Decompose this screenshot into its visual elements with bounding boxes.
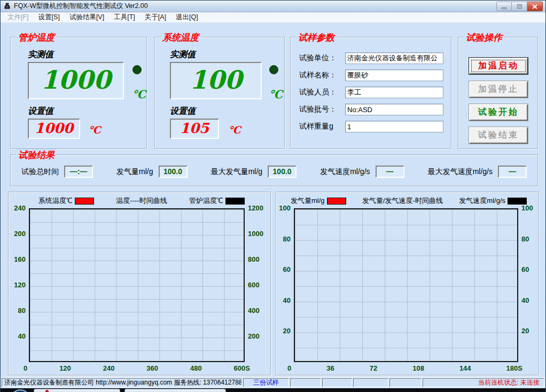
menu-about[interactable]: 关于[A] [140,12,171,23]
furnace-set-unit: ℃ [89,124,101,136]
legend-gas-rate-label: 发气速度ml/g/s [459,196,505,206]
heat-start-button[interactable]: 加温启动 [469,58,528,74]
system-measured-value: 100 [170,62,262,99]
furnace-measured-unit: ℃ [132,88,146,101]
close-button[interactable] [527,2,543,11]
tick-label: 100 [279,204,291,213]
system-set-value: 105 [170,119,219,139]
result-max-gas-volume-label: 最大发气量ml/g [211,167,262,177]
result-gas-rate-value: — [376,166,404,178]
temperature-chart-legend: 系统温度℃ 温度----时间曲线 管炉温度℃ [9,196,270,206]
tick-label: 240 [103,364,115,372]
maximize-icon [517,4,522,9]
sample-name-label: 试样名称： [299,70,339,80]
temperature-chart-yaxis-right: 12001000800600400200 [248,204,269,341]
client-area: 管炉温度 实测值 1000 ℃ 设置值 1000 ℃ 系统温度 实测值 100 … [1,23,545,377]
tick-label: 72 [370,364,377,372]
legend-gas-rate: 发气速度ml/g/s [459,196,527,206]
start-orb-icon[interactable] [11,389,29,392]
result-total-time-value: —:— [64,166,93,178]
tick-label: 200 [14,230,26,238]
tick-label: 80 [18,307,26,315]
sample-operator-label: 试验人员： [299,88,339,97]
tick-label: 360 [146,364,158,372]
legend-system-temp-swatch [75,198,94,205]
gas-chart-yaxis-left: 10080604020 [276,204,291,335]
minimize-icon [502,7,506,9]
status-company: 济南金光仪器设备制造有限公司 http://www.jinguangyq.com… [2,378,242,387]
result-max-gas-volume: 最大发气量ml/g 100.0 [211,166,297,178]
tick-label: 600S [234,364,250,372]
tick-label: 0 [287,364,291,372]
sample-weight-input[interactable] [345,121,443,132]
system-measured-label: 实测值 [170,49,196,60]
taskbar-app-icon [45,390,49,392]
temperature-chart-plot [29,208,245,362]
result-gas-rate-label: 发气速度ml/g/s [320,167,370,177]
legend-furnace-temp-label: 管炉温度℃ [189,196,223,206]
app-window: FQX-W型微机控制智能发气性测试仪 Ver2.00 文件[F] 设置[S] 试… [0,0,546,392]
furnace-heating-indicator [132,65,142,74]
results-row: 试验总时间 —:— 发气量ml/g 100.0 最大发气量ml/g 100.0 … [21,166,527,178]
close-icon [532,4,537,9]
tick-label: 60 [521,265,537,274]
sample-batch-input[interactable] [345,104,443,115]
sample-unit-input[interactable] [345,52,443,64]
tick-label: 120 [14,281,26,289]
legend-gas-volume-swatch [327,198,346,205]
result-gas-volume-value: 100.0 [159,166,188,178]
system-set-unit: ℃ [229,124,241,136]
tick-label: 600 [248,281,269,289]
menu-file[interactable]: 文件[F] [3,12,34,23]
tick-label: 40 [18,332,26,341]
tick-label: 160 [14,255,26,264]
sample-operator-input[interactable] [345,87,443,98]
test-start-button[interactable]: 试验开始 [469,104,528,121]
furnace-temp-group: 管炉温度 实测值 1000 ℃ 设置值 1000 ℃ [10,37,147,149]
titlebar: FQX-W型微机控制智能发气性测试仪 Ver2.00 [1,1,545,12]
status-sample-mode: 三份试样 [243,378,289,387]
test-end-button[interactable]: 试验结束 [469,127,528,144]
sample-name-input[interactable] [345,69,443,81]
menu-settings[interactable]: 设置[S] [34,12,65,23]
system-measured-unit: ℃ [269,88,283,101]
result-total-time: 试验总时间 —:— [21,166,93,178]
menu-tools[interactable]: 工具[T] [109,12,140,23]
tick-label: 80 [521,235,537,244]
menu-exit[interactable]: 退出[Q] [171,12,203,23]
window-title: FQX-W型微机控制智能发气性测试仪 Ver2.00 [14,2,148,11]
heat-stop-button[interactable]: 加温停止 [469,81,528,98]
tick-label: 60 [283,265,291,274]
menu-test-results[interactable]: 试验结果[V] [65,12,109,23]
result-total-time-label: 试验总时间 [21,167,59,177]
sample-unit-label: 试验单位： [299,53,339,63]
status-empty-4 [389,378,422,387]
sample-weight-label: 试样重量g [299,122,339,131]
legend-gas-volume-label: 发气量ml/g [291,196,325,206]
result-max-gas-rate-value: — [498,166,527,178]
tick-label: 40 [283,296,291,305]
sample-params-group: 试样参数 试验单位： 试样名称： 试验人员： 试验批号： 试样重量g [290,37,451,149]
gas-chart-panel: 发气量ml/g 发气量/发气速度-时间曲线 发气速度ml/g/s 1008060… [275,192,539,375]
tick-label: 20 [283,327,291,335]
furnace-temp-group-title: 管炉温度 [16,32,57,44]
tick-label: 800 [248,255,269,264]
legend-gas-rate-swatch [508,198,527,205]
legend-furnace-temp: 管炉温度℃ [189,196,245,206]
maximize-button[interactable] [512,2,527,11]
legend-system-temp-label: 系统温度℃ [38,196,73,206]
minimize-button[interactable] [496,2,512,11]
furnace-set-value: 1000 [28,119,80,139]
furnace-measured-value: 1000 [28,62,124,99]
tick-label: 80 [283,235,291,244]
taskbar-button-2[interactable] [124,389,226,392]
gas-chart-title: 发气量/发气速度-时间曲线 [362,196,443,206]
result-gas-volume-label: 发气量ml/g [116,167,153,177]
window-controls [496,2,543,11]
system-set-label: 设置值 [170,106,196,117]
temperature-chart-xaxis: 0120240360480600S [24,364,250,372]
tick-label: 100 [521,204,537,213]
result-max-gas-rate: 最大发气速度ml/g/s — [428,166,527,178]
tick-label: 144 [459,364,471,372]
result-max-gas-rate-label: 最大发气速度ml/g/s [428,167,493,177]
